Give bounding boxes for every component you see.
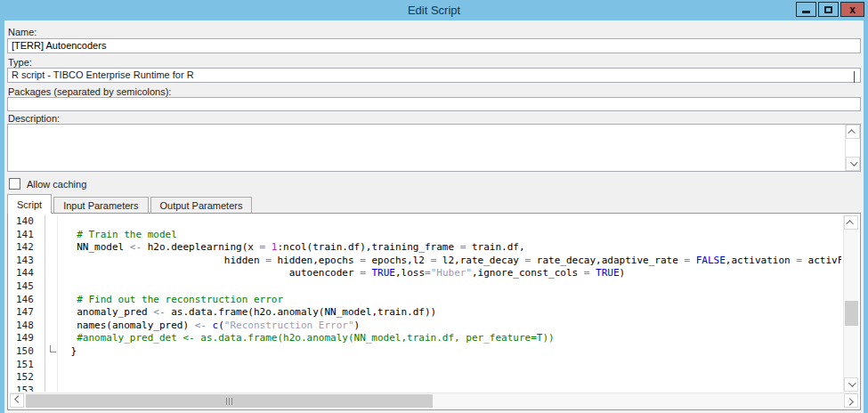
- scroll-down-button[interactable]: [846, 157, 860, 171]
- fold-end-icon[interactable]: [50, 345, 56, 352]
- code-text: [58, 215, 65, 229]
- line-number: 149: [10, 332, 45, 345]
- fold-margin: [45, 241, 58, 255]
- packages-label: Packages (separated by semicolons):: [8, 86, 171, 97]
- fold-margin: [45, 215, 58, 229]
- fold-margin: [45, 345, 58, 359]
- code-line: 147 anomaly_pred <- as.data.frame(h2o.an…: [10, 306, 841, 320]
- code-text: # Find out the reconstruction error: [58, 294, 283, 307]
- fold-margin: [45, 267, 58, 280]
- minimize-icon: [802, 11, 810, 13]
- line-number: 148: [10, 320, 45, 333]
- allow-caching-row[interactable]: Allow caching: [9, 178, 86, 190]
- fold-margin: [45, 385, 58, 392]
- tab-script[interactable]: Script: [7, 194, 52, 214]
- chevron-up-icon: [848, 129, 855, 136]
- editor-vertical-scrollbar[interactable]: [843, 215, 858, 392]
- fold-margin: [45, 371, 58, 385]
- script-tab-panel: 140141 # Train the model142 NN_model <- …: [7, 213, 861, 410]
- chevron-down-icon: [854, 72, 855, 84]
- chevron-right-icon: [846, 398, 853, 405]
- fold-margin: [45, 229, 58, 242]
- packages-input[interactable]: [7, 97, 861, 111]
- code-line: 152: [10, 371, 841, 385]
- edit-script-dialog: Edit Script x Name: [TERR] Autoencoders …: [0, 0, 868, 413]
- line-number: 144: [10, 267, 45, 280]
- title-bar: Edit Script: [0, 0, 868, 20]
- code-line: 151: [10, 359, 841, 372]
- fold-margin: [45, 320, 58, 333]
- name-input[interactable]: [TERR] Autoencoders: [7, 38, 861, 53]
- type-dropdown-value: R script - TIBCO Enterprise Runtime for …: [12, 69, 194, 80]
- chevron-up-icon: [846, 220, 853, 227]
- line-number: 146: [10, 294, 45, 307]
- fold-margin: [45, 280, 58, 294]
- fold-margin: [45, 359, 58, 372]
- window-controls: x: [796, 2, 864, 17]
- dialog-content: Name: [TERR] Autoencoders Type: R script…: [4, 20, 864, 413]
- minimize-button[interactable]: [796, 2, 816, 17]
- code-line: 148 names(anomaly_pred) <- c("Reconstruc…: [10, 320, 841, 333]
- editor-horizontal-scrollbar[interactable]: [10, 393, 858, 408]
- maximize-button[interactable]: [818, 2, 839, 17]
- scroll-left-button[interactable]: [10, 393, 24, 408]
- line-number: 153: [10, 385, 45, 392]
- code-text: }: [58, 345, 77, 359]
- code-text: [58, 359, 65, 372]
- window-title: Edit Script: [408, 4, 460, 17]
- code-line: 140: [10, 215, 841, 229]
- tab-input-parameters[interactable]: Input Parameters: [53, 197, 148, 214]
- line-number: 151: [10, 359, 45, 372]
- allow-caching-checkbox[interactable]: [9, 178, 20, 190]
- code-lines: 140141 # Train the model142 NN_model <- …: [10, 215, 841, 392]
- allow-caching-label: Allow caching: [27, 179, 86, 190]
- code-line: 145: [10, 280, 841, 294]
- window-border-right: [864, 20, 868, 413]
- code-text: [58, 371, 65, 385]
- horizontal-scroll-thumb[interactable]: [26, 394, 433, 408]
- code-text: # Train the model: [58, 229, 177, 242]
- code-text: #anomaly_pred_det <- as.data.frame(h2o.a…: [58, 332, 555, 345]
- code-text: NN_model <- h2o.deeplearning(x = 1:ncol(…: [58, 241, 525, 255]
- code-text: [58, 280, 65, 294]
- line-number: 145: [10, 280, 45, 294]
- code-text: hidden = hidden,epochs = epochs,l2 = l2,…: [58, 255, 841, 268]
- line-number: 152: [10, 371, 45, 385]
- code-editor[interactable]: 140141 # Train the model142 NN_model <- …: [10, 215, 841, 392]
- code-text: anomaly_pred <- as.data.frame(h2o.anomal…: [58, 306, 436, 320]
- code-line: 146 # Find out the reconstruction error: [10, 294, 841, 307]
- description-scrollbar[interactable]: [845, 125, 860, 171]
- line-number: 142: [10, 241, 45, 255]
- code-text: [58, 385, 653, 392]
- chevron-left-icon: [14, 395, 21, 402]
- code-line: 149 #anomaly_pred_det <- as.data.frame(h…: [10, 332, 841, 345]
- code-line: 153: [10, 385, 841, 392]
- tab-output-parameters[interactable]: Output Parameters: [150, 197, 253, 214]
- type-label: Type:: [8, 57, 32, 68]
- line-number: 140: [10, 215, 45, 229]
- code-text: names(anomaly_pred) <- c("Reconstruction…: [58, 320, 360, 333]
- code-text: autoencoder = TRUE,loss="Huber",ignore_c…: [58, 267, 625, 280]
- fold-margin: [45, 332, 58, 345]
- close-button[interactable]: x: [840, 2, 864, 17]
- type-dropdown[interactable]: R script - TIBCO Enterprise Runtime for …: [7, 68, 861, 83]
- code-line: 143 hidden = hidden,epochs = epochs,l2 =…: [10, 255, 841, 268]
- chevron-down-icon: [850, 158, 857, 166]
- scroll-grip-icon: [226, 398, 233, 405]
- description-label: Description:: [8, 113, 60, 124]
- code-line: 142 NN_model <- h2o.deeplearning(x = 1:n…: [10, 241, 841, 255]
- vertical-scroll-thumb[interactable]: [845, 301, 858, 326]
- fold-margin: [45, 294, 58, 307]
- scroll-down-button[interactable]: [844, 377, 858, 392]
- scroll-up-button[interactable]: [846, 125, 860, 139]
- scroll-right-button[interactable]: [844, 393, 858, 408]
- description-textarea[interactable]: [7, 124, 861, 172]
- scroll-up-button[interactable]: [844, 215, 858, 230]
- name-label: Name:: [8, 27, 37, 37]
- line-number: 143: [10, 255, 45, 268]
- chevron-down-icon: [848, 379, 856, 386]
- code-line: 144 autoencoder = TRUE,loss="Huber",igno…: [10, 267, 841, 280]
- code-line: 150 }: [10, 345, 841, 359]
- line-number: 147: [10, 306, 45, 320]
- line-number: 150: [10, 345, 45, 359]
